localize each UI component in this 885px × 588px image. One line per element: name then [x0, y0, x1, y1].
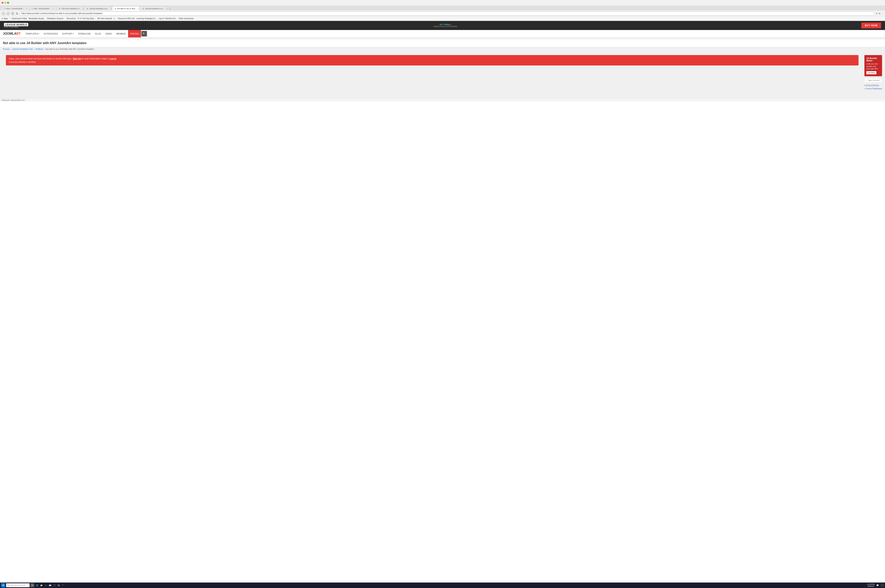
bookmark-john[interactable]: JM John-Assaraf - J...: [97, 18, 116, 20]
nav-extensions[interactable]: EXTENSIONS: [42, 30, 60, 38]
main-nav: JOOMLART TEMPLATES ▾ EXTENSIONS SUPPORT …: [0, 30, 885, 38]
bookmark-apps[interactable]: ⊞ Apps: [2, 18, 8, 20]
home-button[interactable]: 🏠: [16, 12, 18, 15]
nav-search-button[interactable]: 🔍: [141, 31, 147, 36]
breadcrumb-current: Not able to use JA Builder with ANY Joom…: [45, 48, 94, 50]
error-box: Oops, your account does not have permiss…: [6, 55, 858, 66]
browser-title-bar: [0, 0, 885, 6]
back-button[interactable]: ←: [2, 12, 5, 15]
nav-download[interactable]: DOWNLOAD: [76, 30, 93, 38]
nav-blog[interactable]: BLOG: [93, 30, 103, 38]
breadcrumb: Forums » Joomla Templates Club » JA Mood…: [0, 48, 885, 50]
league-logo-text: LEAGUE BUNDLE: [5, 23, 27, 26]
nav-demo[interactable]: DEMO: [104, 30, 114, 38]
nav-pricing[interactable]: PRICING: [128, 30, 141, 38]
browser-toolbar: ← → ↻ 🏠 ★ ⊞ ⋮: [0, 10, 885, 16]
forum-search-icon: ≡: [866, 80, 867, 81]
reload-button[interactable]: ↻: [11, 12, 15, 15]
bookmark-meditation[interactable]: Meditation Experie...: [47, 18, 65, 20]
nav-support[interactable]: SUPPORT ▾: [60, 30, 76, 38]
browser-tabs: ✉ Inbox - kmtrains@efc... ✕ ✉ Mail - kmt…: [0, 6, 885, 10]
forum-dashboard-link[interactable]: Forum Dashboard: [866, 88, 882, 90]
breadcrumb-mood[interactable]: JA Mood: [35, 48, 43, 50]
tab-forum-website[interactable]: 🔒 This forum website is s... ✕: [57, 6, 84, 10]
templates-text: TEMPLATES & EXTENSIONS: [433, 26, 457, 27]
bookmark-other[interactable]: Other bookmarks: [179, 18, 194, 20]
main-column: Oops, your account does not have permiss…: [3, 55, 861, 90]
extensions-button[interactable]: ⊞: [879, 12, 880, 15]
bookmark-biglife[interactable]: Discover A BIG Life: [118, 18, 135, 20]
login-link[interactable]: Log In: [110, 57, 116, 60]
forum-search-input[interactable]: [868, 80, 880, 81]
nav-templates[interactable]: TEMPLATES ▾: [24, 30, 42, 38]
error-end: if you are already a member.: [9, 61, 36, 63]
menu-button[interactable]: ⋮: [882, 12, 883, 15]
page-content: Oops, your account does not have permiss…: [0, 52, 885, 93]
categories-label: CATEGORIES: [864, 84, 882, 87]
signup-link[interactable]: Sign Up: [73, 57, 81, 60]
address-bar[interactable]: [20, 12, 874, 15]
site-logo[interactable]: JOOMLART: [3, 32, 21, 36]
website: LEAGUE BUNDLE SAVE OVER $800 GET JOOMLA …: [0, 21, 885, 102]
new-tab-button[interactable]: +: [168, 7, 172, 10]
status-bar: Waiting for www.joomlart.com...: [0, 99, 885, 102]
bundle-card-title: JA Bundle Maker: [866, 57, 880, 62]
bookmark-button[interactable]: ★: [876, 12, 877, 15]
sidebar: JA Bundle Maker Craft your own bundles a…: [864, 55, 882, 90]
bookmark-barefoot[interactable]: Log In I Barefoot Di...: [158, 18, 177, 20]
buy-now-button[interactable]: BUY NOW: [861, 22, 881, 28]
tab-not-able[interactable]: 🔒 Not able to use JA Buil... ✕: [112, 6, 140, 10]
status-text: Waiting for www.joomlart.com...: [2, 99, 26, 101]
bookmarks-bar: ⊞ Apps 📁 Bookmark Folder Mindvalley Acad…: [0, 16, 885, 21]
page-title: Not able to use JA Builder with ANY Joom…: [3, 41, 882, 45]
breadcrumb-club[interactable]: Joomla Templates Club: [12, 48, 33, 50]
tab-joomla-ext2[interactable]: 🔒 Joomla templates & ex... ✕: [140, 6, 167, 10]
bookmark-neurogym[interactable]: NeuroGym: [66, 18, 76, 20]
best-text: JOOMLA: [443, 24, 451, 26]
error-text: Oops, your account does not have permiss…: [9, 57, 72, 60]
bookmark-folder[interactable]: 📁 Bookmark Folder: [10, 18, 27, 20]
league-center: GET JOOMLA TEMPLATES & EXTENSIONS: [433, 24, 457, 27]
category-forum-dashboard[interactable]: » Forum Dashboard: [864, 88, 882, 90]
nav-member[interactable]: MEMBER: [114, 30, 128, 38]
bundle-card: JA Bundle Maker Craft your own bundles a…: [864, 55, 882, 76]
save-text: SAVE OVER $800: [4, 26, 29, 28]
breadcrumb-forums[interactable]: Forums: [3, 48, 10, 50]
try-now-button[interactable]: Try Now: [866, 71, 876, 74]
error-mid: for paid subscription today or: [81, 57, 110, 60]
bookmark-fri[interactable]: Fr in The Day Wee...: [78, 18, 96, 20]
tab-mail[interactable]: ✉ Mail - kmtrains@efc... ✕: [29, 6, 56, 10]
tab-joomla-ext[interactable]: 🔒 Joomla templates & ex... ✕: [84, 6, 112, 10]
browser-chrome: ✉ Inbox - kmtrains@efc... ✕ ✉ Mail - kmt…: [0, 0, 885, 21]
nav-links: TEMPLATES ▾ EXTENSIONS SUPPORT ▾ DOWNLOA…: [24, 30, 882, 38]
tab-inbox[interactable]: ✉ Inbox - kmtrains@efc... ✕: [2, 6, 29, 10]
categories-section: CATEGORIES » Forum Dashboard: [864, 84, 882, 90]
bundle-card-desc: Craft your own bundles and save upto 60%: [866, 63, 880, 70]
forward-button[interactable]: →: [6, 12, 10, 15]
bookmark-learning[interactable]: Learning Strategies D...: [136, 18, 157, 20]
league-banner: LEAGUE BUNDLE SAVE OVER $800 GET JOOMLA …: [0, 21, 885, 30]
bookmark-mindvalley[interactable]: Mindvalley Acade...: [29, 18, 45, 20]
league-logo: LEAGUE BUNDLE SAVE OVER $800: [4, 23, 29, 28]
forum-search-container: ≡: [864, 78, 882, 82]
